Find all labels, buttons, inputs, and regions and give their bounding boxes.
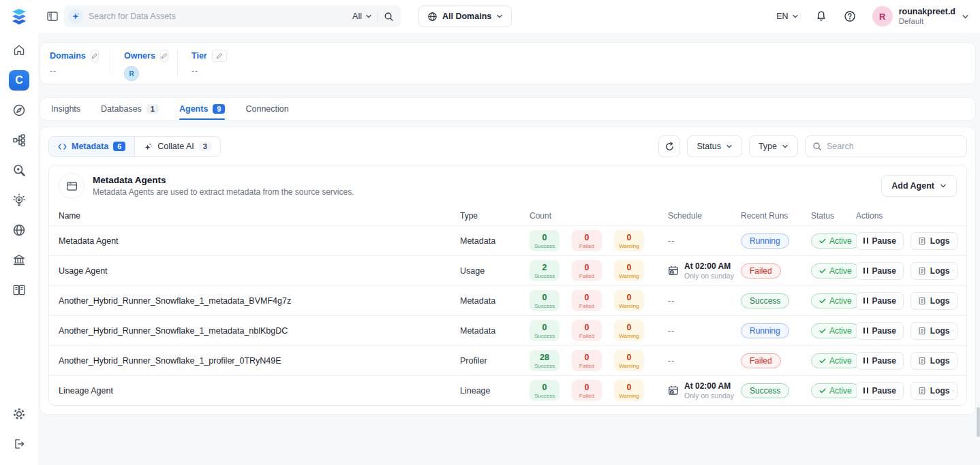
pause-button[interactable]: Pause [856,232,904,250]
help-button[interactable] [844,10,856,22]
app-logo[interactable] [10,7,29,27]
kebab-menu[interactable] [964,263,967,279]
kebab-menu[interactable] [964,233,967,249]
kebab-menu[interactable] [964,353,967,369]
sidebar-item-home[interactable] [7,39,31,62]
pause-button[interactable]: Pause [856,382,904,400]
domains-label: Domains [50,51,86,61]
logout-icon [12,437,26,451]
notifications-button[interactable] [815,10,827,22]
table-row: Another_Hybrid_Runner_Snowflake_1_profil… [49,345,966,375]
logs-button[interactable]: Logs [910,352,958,370]
all-domains-dropdown[interactable]: All Domains [418,5,512,27]
agent-type: Metadata [460,296,530,306]
ai-sparkle-icon[interactable] [68,9,83,24]
segment-collate-ai[interactable]: Collate AI 3 [134,137,220,156]
pause-button[interactable]: Pause [856,352,904,370]
schedule-empty: -- [668,296,675,306]
code-icon [58,143,67,150]
logs-button[interactable]: Logs [910,262,958,280]
sidebar-item-collate[interactable]: C [7,69,31,92]
global-search[interactable]: All [64,5,401,27]
agents-search[interactable] [805,135,967,157]
sidebar-item-governance[interactable] [7,248,31,272]
status-filter-dropdown[interactable]: Status [687,135,741,157]
warning-count-chip: 0Warning [614,380,644,401]
recent-run-badge[interactable]: Failed [741,263,781,278]
logs-icon [918,297,926,305]
sidebar-item-domains[interactable] [7,219,31,242]
global-search-input[interactable] [89,12,347,21]
scrollbar-thumb[interactable] [977,407,980,437]
status-badge[interactable]: Active [811,383,860,398]
status-badge[interactable]: Active [811,263,860,278]
sidebar-item-explore[interactable] [7,99,31,122]
chevron-down-icon [940,182,947,189]
agent-name[interactable]: Lineage Agent [59,386,460,396]
edit-tier-button[interactable] [212,50,227,62]
status-badge[interactable]: Active [811,353,860,368]
failed-count-chip: 0Failed [572,260,602,281]
sidebar-item-insights[interactable] [7,189,31,212]
owner-avatar[interactable]: R [124,66,139,81]
recent-run-badge[interactable]: Success [741,293,789,308]
recent-run-badge[interactable]: Success [741,383,789,398]
edit-domains-button[interactable] [91,50,99,62]
search-scope-dropdown[interactable]: All [352,12,372,21]
sidebar-item-settings[interactable] [7,402,31,426]
recent-run-badge[interactable]: Running [741,234,789,248]
pause-button[interactable]: Pause [856,262,904,280]
language-dropdown[interactable]: EN [776,12,798,21]
status-badge[interactable]: Active [811,234,860,248]
recent-run-badge[interactable]: Failed [741,353,781,368]
failed-count-chip: 0Failed [572,380,602,401]
globe-icon [427,12,438,22]
pause-icon [863,327,868,334]
kebab-menu[interactable] [964,293,967,309]
type-filter-dropdown[interactable]: Type [749,135,798,157]
flow-hierarchy-icon [12,133,26,147]
divider [110,50,110,77]
logs-button[interactable]: Logs [910,382,958,400]
tab-databases[interactable]: Databases 1 [101,98,159,120]
logs-icon [918,267,926,275]
kebab-menu[interactable] [964,383,967,399]
add-agent-button[interactable]: Add Agent [881,175,957,197]
check-icon [819,268,826,274]
status-badge[interactable]: Active [811,293,860,308]
agents-count-badge: 9 [213,104,225,114]
refresh-button[interactable] [658,135,680,157]
pause-icon [863,298,868,304]
logs-button[interactable]: Logs [910,232,958,250]
table-row: Another_Hybrid_Runner_Snowflake_1_metada… [49,315,966,345]
sidebar-item-logout[interactable] [7,432,31,455]
tab-connection[interactable]: Connection [245,98,288,120]
logs-button[interactable]: Logs [910,292,958,310]
status-badge[interactable]: Active [811,323,860,338]
agent-name[interactable]: Another_Hybrid_Runner_Snowflake_1_metada… [59,296,460,306]
tier-label: Tier [192,51,207,61]
agent-name[interactable]: Metadata Agent [59,236,460,246]
panel-title: Metadata Agents [93,175,354,185]
segment-metadata[interactable]: Metadata 6 [49,137,134,156]
agent-name[interactable]: Another_Hybrid_Runner_Snowflake_1_profil… [59,356,460,366]
pause-button[interactable]: Pause [856,292,904,310]
domains-value: -- [50,66,96,76]
owners-label: Owners [124,51,155,61]
sidebar-toggle-button[interactable] [41,5,64,28]
pause-button[interactable]: Pause [856,322,904,340]
tab-agents[interactable]: Agents 9 [179,98,226,120]
sidebar-item-lineage[interactable] [7,129,31,152]
tab-insights[interactable]: Insights [51,98,80,120]
agents-search-input[interactable] [827,142,960,151]
kebab-menu[interactable] [964,323,967,339]
agent-name[interactable]: Another_Hybrid_Runner_Snowflake_1_metada… [59,326,460,336]
user-menu[interactable]: R rounakpreet.d Default [872,6,969,27]
sidebar-item-observability[interactable] [7,159,31,182]
recent-run-badge[interactable]: Running [741,323,789,338]
search-icon[interactable] [384,12,394,22]
agent-name[interactable]: Usage Agent [59,266,460,276]
edit-owners-button[interactable] [160,50,168,62]
sidebar-item-glossary[interactable] [7,278,31,302]
logs-button[interactable]: Logs [910,322,958,340]
